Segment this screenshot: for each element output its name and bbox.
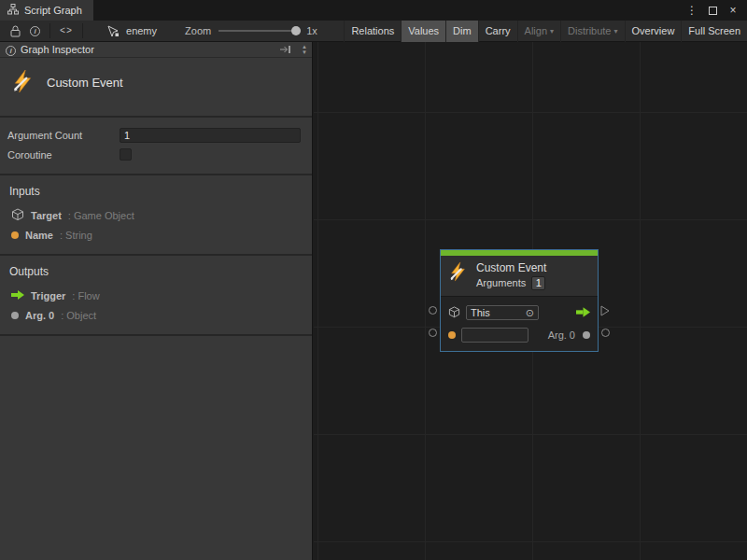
custom-event-icon xyxy=(448,260,469,285)
code-view-icon[interactable]: <> xyxy=(55,21,78,40)
argument-count-label: Argument Count xyxy=(7,130,120,141)
output-name: Trigger xyxy=(31,290,65,301)
toolbar-separator xyxy=(82,23,83,38)
zoom-value: 1x xyxy=(306,25,317,36)
chevron-down-icon: ▾ xyxy=(550,27,554,35)
input-row-target: Target : Game Object xyxy=(9,205,303,225)
node-row-target: This ⊙ xyxy=(448,302,590,323)
game-object-cube-icon xyxy=(448,306,460,320)
string-port-icon xyxy=(11,231,19,239)
zoom-slider-knob[interactable] xyxy=(291,26,301,35)
unit-header: Custom Event xyxy=(0,58,312,118)
window-controls: ⋮ × xyxy=(684,0,747,21)
argument-count-row: Argument Count xyxy=(7,125,301,145)
input-row-name: Name : String xyxy=(9,225,303,245)
toolbar-buttons: Relations Values Dim Carry Align▾ Distri… xyxy=(344,21,747,42)
object-picker-icon[interactable]: ⊙ xyxy=(526,308,534,318)
values-button[interactable]: Values xyxy=(401,21,445,42)
info-icon: i xyxy=(6,44,16,56)
scroll-down-icon[interactable]: ▼ xyxy=(302,49,307,55)
inspector-header: i Graph Inspector ▲ ▼ xyxy=(0,42,312,58)
this-value: This xyxy=(471,307,490,318)
input-name: Name xyxy=(25,230,53,241)
node-arguments-label: Arguments xyxy=(476,275,526,291)
overview-button[interactable]: Overview xyxy=(625,21,682,42)
string-port-icon xyxy=(448,331,456,339)
zoom-label: Zoom xyxy=(185,25,211,36)
toolbar-separator xyxy=(49,23,50,38)
graph-pointer-icon xyxy=(103,21,124,40)
input-type: : String xyxy=(60,230,92,241)
coroutine-label: Coroutine xyxy=(7,149,120,161)
inspector-toggle-icon[interactable]: i xyxy=(25,21,45,40)
graph-canvas[interactable]: Custom Event Arguments 1 This ⊙ xyxy=(314,42,747,560)
input-type: : Game Object xyxy=(68,210,134,221)
panel-scroll-arrows[interactable]: ▲ ▼ xyxy=(299,44,310,55)
graph-toolbar: i <> enemy Zoom 1x Relations Values Dim … xyxy=(0,21,747,42)
tab-title: Script Graph xyxy=(24,5,82,16)
output-row-arg0: Arg. 0 : Object xyxy=(9,305,303,325)
object-port-icon xyxy=(11,312,19,319)
distribute-button[interactable]: Distribute▾ xyxy=(560,21,624,42)
inputs-title: Inputs xyxy=(9,181,303,205)
flow-arrow-icon xyxy=(11,290,24,301)
graph-name-label[interactable]: enemy xyxy=(126,25,157,36)
arg0-label: Arg. 0 xyxy=(548,329,575,341)
graph-inspector-panel: i Graph Inspector ▲ ▼ Custom Event Argum… xyxy=(0,42,313,560)
node-arguments-value[interactable]: 1 xyxy=(531,276,545,290)
input-name: Target xyxy=(31,210,62,221)
carry-button[interactable]: Carry xyxy=(478,21,517,42)
coroutine-row: Coroutine xyxy=(7,145,301,164)
tab-script-graph[interactable]: Script Graph xyxy=(0,0,93,21)
output-name: Arg. 0 xyxy=(25,310,54,321)
fullscreen-button[interactable]: Full Screen xyxy=(681,21,747,42)
dim-button[interactable]: Dim xyxy=(445,21,478,42)
node-arguments-row: Arguments 1 xyxy=(476,275,546,291)
unit-title: Custom Event xyxy=(47,76,123,90)
dock-panel-icon[interactable] xyxy=(276,45,294,54)
trigger-port[interactable] xyxy=(600,305,610,318)
event-fields: Argument Count Coroutine xyxy=(0,118,312,175)
event-name-input[interactable] xyxy=(461,328,529,343)
coroutine-checkbox[interactable] xyxy=(120,148,132,161)
node-body: This ⊙ Arg. 0 xyxy=(441,296,598,351)
window-maximize-icon[interactable] xyxy=(704,2,721,19)
name-port[interactable] xyxy=(429,329,437,337)
output-type: : Object xyxy=(61,310,96,321)
node-title: Custom Event xyxy=(476,260,546,275)
this-object-dropdown[interactable]: This ⊙ xyxy=(466,305,539,320)
outputs-title: Outputs xyxy=(9,261,303,286)
output-row-trigger: Trigger : Flow xyxy=(9,286,303,305)
custom-event-icon xyxy=(11,69,35,95)
output-type: : Flow xyxy=(72,290,99,301)
outputs-section: Outputs Trigger : Flow Arg. 0 : Object xyxy=(0,256,312,336)
window-menu-icon[interactable]: ⋮ xyxy=(684,2,700,19)
game-object-cube-icon xyxy=(11,208,24,223)
script-graph-icon xyxy=(7,4,19,17)
window-titlebar: Script Graph ⋮ × xyxy=(0,0,747,21)
zoom-slider[interactable] xyxy=(218,24,301,37)
node-row-arg0: Arg. 0 xyxy=(448,325,590,345)
chevron-down-icon: ▾ xyxy=(614,27,618,35)
node-header[interactable]: Custom Event Arguments 1 xyxy=(441,256,598,296)
target-port[interactable] xyxy=(429,306,437,315)
custom-event-node[interactable]: Custom Event Arguments 1 This ⊙ xyxy=(440,249,599,352)
relations-button[interactable]: Relations xyxy=(344,21,401,42)
argument-count-input[interactable] xyxy=(120,128,301,143)
inputs-section: Inputs Target : Game Object Name : Strin… xyxy=(0,175,312,256)
align-button[interactable]: Align▾ xyxy=(517,21,560,42)
flow-arrow-icon xyxy=(576,307,590,319)
zoom-slider-track[interactable] xyxy=(218,30,301,32)
lock-icon[interactable] xyxy=(6,21,25,40)
object-port-icon xyxy=(583,331,590,339)
window-close-icon[interactable]: × xyxy=(725,2,741,19)
inspector-title: Graph Inspector xyxy=(21,44,94,55)
custom-event-node-wrap: Custom Event Arguments 1 This ⊙ xyxy=(427,249,612,352)
arg0-port[interactable] xyxy=(601,329,610,337)
